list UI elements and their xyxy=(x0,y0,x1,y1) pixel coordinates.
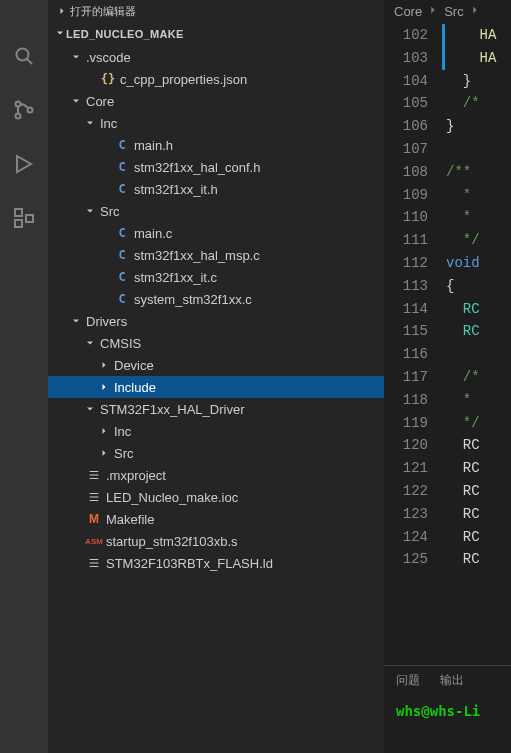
chevron-right-icon xyxy=(96,359,112,371)
generic-file-icon xyxy=(84,468,104,482)
c-file-icon: C xyxy=(112,270,132,284)
folder-item[interactable]: Core xyxy=(48,90,384,112)
code-line[interactable]: void xyxy=(442,252,511,275)
extensions-icon[interactable] xyxy=(0,194,48,242)
code-line[interactable]: /* xyxy=(442,92,511,115)
file-item[interactable]: STM32F103RBTx_FLASH.ld xyxy=(48,552,384,574)
file-item[interactable]: ASMstartup_stm32f103xb.s xyxy=(48,530,384,552)
chevron-down-icon xyxy=(68,95,84,107)
breadcrumb-segment[interactable]: Src xyxy=(444,4,464,19)
generic-file-icon xyxy=(84,490,104,504)
file-item[interactable]: MMakefile xyxy=(48,508,384,530)
folder-item[interactable]: Src xyxy=(48,200,384,222)
code-editor[interactable]: 1021031041051061071081091101111121131141… xyxy=(384,24,511,665)
code-line[interactable]: RC xyxy=(442,526,511,549)
code-line[interactable]: HA xyxy=(442,47,511,70)
search-icon[interactable] xyxy=(0,32,48,80)
code-line[interactable]: /** xyxy=(442,161,511,184)
file-item[interactable]: LED_Nucleo_make.ioc xyxy=(48,486,384,508)
code-line[interactable]: RC xyxy=(442,503,511,526)
panel-tab[interactable]: 问题 xyxy=(396,672,420,689)
breadcrumb[interactable]: CoreSrc xyxy=(384,0,511,24)
folder-item[interactable]: .vscode xyxy=(48,46,384,68)
code-line[interactable]: RC xyxy=(442,457,511,480)
code-line[interactable]: * xyxy=(442,389,511,412)
file-item[interactable]: {}c_cpp_properties.json xyxy=(48,68,384,90)
file-item[interactable]: Cmain.h xyxy=(48,134,384,156)
line-number: 107 xyxy=(384,138,428,161)
code-content[interactable]: HA HA } /*} /** * * */void{ RC RC /* * *… xyxy=(442,24,511,665)
file-item[interactable]: Cstm32f1xx_it.c xyxy=(48,266,384,288)
line-number-gutter: 1021031041051061071081091101111121131141… xyxy=(384,24,442,665)
line-number: 123 xyxy=(384,503,428,526)
folder-item[interactable]: CMSIS xyxy=(48,332,384,354)
code-line[interactable]: */ xyxy=(442,229,511,252)
project-header[interactable]: LED_NUCLEO_MAKE xyxy=(48,22,384,46)
code-line[interactable]: } xyxy=(442,70,511,93)
code-line[interactable]: RC xyxy=(442,320,511,343)
file-item[interactable]: Cmain.c xyxy=(48,222,384,244)
run-debug-icon[interactable] xyxy=(0,140,48,188)
folder-item[interactable]: Src xyxy=(48,442,384,464)
item-label: Include xyxy=(112,380,156,395)
line-number: 115 xyxy=(384,320,428,343)
panel-tab[interactable]: 输出 xyxy=(440,672,464,689)
chevron-right-icon xyxy=(96,381,112,393)
line-number: 120 xyxy=(384,434,428,457)
open-editors-label: 打开的编辑器 xyxy=(70,4,136,19)
line-number: 106 xyxy=(384,115,428,138)
code-line[interactable]: */ xyxy=(442,412,511,435)
editor-area: CoreSrc 10210310410510610710810911011111… xyxy=(384,0,511,753)
item-label: .mxproject xyxy=(104,468,166,483)
item-label: main.c xyxy=(132,226,172,241)
code-line[interactable]: { xyxy=(442,275,511,298)
folder-item[interactable]: Drivers xyxy=(48,310,384,332)
line-number: 125 xyxy=(384,548,428,571)
item-label: Drivers xyxy=(84,314,127,329)
code-line[interactable]: RC xyxy=(442,480,511,503)
generic-file-icon xyxy=(84,556,104,570)
breadcrumb-segment[interactable]: Core xyxy=(394,4,422,19)
svg-point-3 xyxy=(16,114,21,119)
file-item[interactable]: Cstm32f1xx_hal_msp.c xyxy=(48,244,384,266)
folder-item[interactable]: Device xyxy=(48,354,384,376)
file-item[interactable]: .mxproject xyxy=(48,464,384,486)
code-line[interactable]: RC xyxy=(442,434,511,457)
c-file-icon: C xyxy=(112,160,132,174)
file-item[interactable]: Csystem_stm32f1xx.c xyxy=(48,288,384,310)
code-line[interactable]: RC xyxy=(442,298,511,321)
c-file-icon: C xyxy=(112,182,132,196)
item-label: STM32F103RBTx_FLASH.ld xyxy=(104,556,273,571)
file-item[interactable]: Cstm32f1xx_it.h xyxy=(48,178,384,200)
chevron-down-icon xyxy=(54,27,66,41)
folder-item[interactable]: STM32F1xx_HAL_Driver xyxy=(48,398,384,420)
chevron-down-icon xyxy=(82,205,98,217)
folder-item[interactable]: Inc xyxy=(48,112,384,134)
c-file-icon: C xyxy=(112,138,132,152)
svg-rect-6 xyxy=(15,209,22,216)
line-number: 116 xyxy=(384,343,428,366)
line-number: 110 xyxy=(384,206,428,229)
source-control-icon[interactable] xyxy=(0,86,48,134)
code-line[interactable] xyxy=(442,138,511,161)
item-label: CMSIS xyxy=(98,336,141,351)
code-line[interactable]: RC xyxy=(442,548,511,571)
code-line[interactable]: * xyxy=(442,206,511,229)
code-line[interactable]: } xyxy=(442,115,511,138)
folder-item[interactable]: Include xyxy=(48,376,384,398)
terminal-output[interactable]: whs@whs-Li xyxy=(384,695,511,753)
project-name: LED_NUCLEO_MAKE xyxy=(66,28,184,40)
svg-rect-7 xyxy=(15,220,22,227)
code-line[interactable]: HA xyxy=(442,24,511,47)
open-editors-header[interactable]: 打开的编辑器 xyxy=(48,0,384,22)
code-line[interactable]: * xyxy=(442,184,511,207)
folder-item[interactable]: Inc xyxy=(48,420,384,442)
code-line[interactable] xyxy=(442,343,511,366)
file-item[interactable]: Cstm32f1xx_hal_conf.h xyxy=(48,156,384,178)
item-label: STM32F1xx_HAL_Driver xyxy=(98,402,245,417)
code-line[interactable]: /* xyxy=(442,366,511,389)
item-label: Makefile xyxy=(104,512,154,527)
line-number: 111 xyxy=(384,229,428,252)
chevron-right-icon xyxy=(426,3,440,20)
file-tree: .vscode{}c_cpp_properties.jsonCoreIncCma… xyxy=(48,46,384,753)
